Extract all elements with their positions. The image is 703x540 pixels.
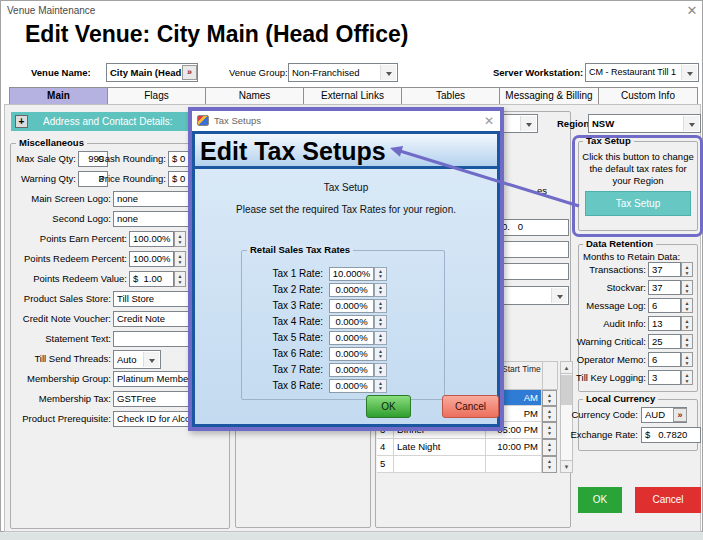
session-row5-num[interactable]: 5 <box>377 456 394 473</box>
dialog-close-icon[interactable]: ✕ <box>484 111 494 131</box>
session-row5-spinner[interactable] <box>542 456 557 473</box>
exchange-rate-label: Exchange Rate: <box>566 429 638 440</box>
session-row5-name[interactable] <box>394 456 486 473</box>
tax4-rate-input[interactable]: 0.000% <box>329 315 374 329</box>
tax6-rate-label: Tax 6 Rate: <box>248 348 323 359</box>
main-cancel-button[interactable]: Cancel <box>635 487 701 513</box>
transactions-spinner[interactable] <box>681 262 693 277</box>
tab-tables[interactable]: Tables <box>401 87 500 105</box>
desktop-strip <box>0 533 703 540</box>
audit-info-input[interactable]: 13 <box>648 316 681 331</box>
tax8-rate-label: Tax 8 Rate: <box>248 380 323 391</box>
tax7-rate-input[interactable]: 0.000% <box>329 363 374 377</box>
venue-group-select[interactable]: Non-Franchised <box>288 63 398 82</box>
tax3-rate-input[interactable]: 0.000% <box>329 299 374 313</box>
points-redeem-value-spinner[interactable] <box>174 271 186 287</box>
till-key-logging-input[interactable]: 3 <box>648 370 681 385</box>
dialog-app-icon <box>197 115 209 126</box>
currency-code-label: Currency Code: <box>566 409 638 420</box>
membership-tax-label: Membership Tax: <box>9 393 111 404</box>
tab-messaging-billing[interactable]: Messaging & Billing <box>499 87 599 105</box>
tax7-rate-spinner[interactable] <box>374 363 387 377</box>
tax2-rate-spinner[interactable] <box>374 283 387 297</box>
tax8-rate-input[interactable]: 0.000% <box>329 379 374 393</box>
points-redeem-percent-spinner[interactable] <box>174 251 186 267</box>
tax5-rate-input[interactable]: 0.000% <box>329 331 374 345</box>
tab-external-links[interactable]: External Links <box>303 87 402 105</box>
max-sale-qty-label: Max Sale Qty: <box>15 153 76 164</box>
tab-flags[interactable]: Flags <box>107 87 206 105</box>
session-row4-time[interactable]: 10:00 PM <box>486 439 542 456</box>
data-retention-group-label: Data Retention <box>583 238 656 249</box>
tax-setup-button[interactable]: Tax Setup <box>585 191 691 216</box>
warning-critical-spinner[interactable] <box>681 334 693 349</box>
tax1-rate-input[interactable]: 10.000% <box>329 267 374 281</box>
cash-rounding-label: Cash Rounding: <box>91 153 166 164</box>
tax3-rate-spinner[interactable] <box>374 299 387 313</box>
stockvar-spinner[interactable] <box>681 280 693 295</box>
points-redeem-value-input[interactable]: $ 1.00 <box>129 271 174 287</box>
points-redeem-percent-label: Points Redeem Percent: <box>9 253 127 264</box>
audit-info-spinner[interactable] <box>681 316 693 331</box>
tax-setup-text-line1: Click this button to change <box>580 151 696 162</box>
server-workstation-label: Server Workstation: <box>493 67 583 78</box>
operator-memo-input[interactable]: 6 <box>648 352 681 367</box>
window-close-icon[interactable]: ✕ <box>684 3 700 18</box>
tax2-rate-input[interactable]: 0.000% <box>329 283 374 297</box>
sessions-col-spin-header <box>542 361 558 390</box>
session-row2-spinner[interactable] <box>542 406 557 422</box>
tax2-rate-label: Tax 2 Rate: <box>248 284 323 295</box>
tax5-rate-spinner[interactable] <box>374 331 387 345</box>
dialog-subtitle: Tax Setup <box>195 182 497 193</box>
message-log-spinner[interactable] <box>681 298 693 313</box>
tax4-rate-label: Tax 4 Rate: <box>248 316 323 327</box>
scroll-down-icon[interactable]: ▼ <box>560 460 573 473</box>
price-rounding-label: Price Rounding: <box>91 173 166 184</box>
points-earn-percent-spinner[interactable] <box>174 231 186 247</box>
session-row5-time[interactable] <box>486 456 542 473</box>
server-workstation-select[interactable]: CM - Restaurant Till 1 <box>585 63 699 82</box>
tax-setup-group-label: Tax Setup <box>583 135 634 146</box>
main-ok-button[interactable]: OK <box>578 487 622 513</box>
tab-custom-info[interactable]: Custom Info <box>598 87 698 105</box>
tax7-rate-label: Tax 7 Rate: <box>248 364 323 375</box>
credit-note-voucher-label: Credit Note Voucher: <box>9 313 111 324</box>
tax6-rate-input[interactable]: 0.000% <box>329 347 374 361</box>
warning-critical-input[interactable]: 25 <box>648 334 681 349</box>
till-key-logging-spinner[interactable] <box>681 370 693 385</box>
tax4-rate-spinner[interactable] <box>374 315 387 329</box>
tax8-rate-spinner[interactable] <box>374 379 387 393</box>
transactions-input[interactable]: 37 <box>648 262 681 277</box>
exchange-rate-input[interactable]: $ 0.7820 <box>641 427 701 443</box>
points-earn-percent-label: Points Earn Percent: <box>9 233 127 244</box>
tax1-rate-label: Tax 1 Rate: <box>248 268 323 279</box>
venue-group-label: Venue Group: <box>229 67 288 78</box>
dialog-ok-button[interactable]: OK <box>366 395 411 418</box>
session-row4-num[interactable]: 4 <box>377 439 394 456</box>
second-logo-label: Second Logo: <box>9 213 111 224</box>
points-earn-percent-input[interactable]: 100.00% <box>129 231 174 247</box>
operator-memo-spinner[interactable] <box>681 352 693 367</box>
statement-text-label: Statement Text: <box>9 333 111 344</box>
venue-name-expand-button[interactable]: » <box>182 65 197 80</box>
dialog-titlebar[interactable]: Tax Setups <box>192 111 500 131</box>
session-row4-spinner[interactable] <box>542 439 557 456</box>
message-log-input[interactable]: 6 <box>648 298 681 313</box>
region-select[interactable]: NSW <box>588 114 701 133</box>
till-send-threads-select[interactable]: Auto <box>113 350 161 369</box>
dialog-cancel-button[interactable]: Cancel <box>442 395 499 418</box>
tax1-rate-spinner[interactable] <box>374 267 387 281</box>
mid-label-fragment: es <box>537 185 547 196</box>
expand-plus-icon[interactable]: + <box>15 115 28 128</box>
tab-main[interactable]: Main <box>9 87 108 105</box>
warning-critical-label: Warning Critical: <box>566 336 646 347</box>
tax5-rate-label: Tax 5 Rate: <box>248 332 323 343</box>
tab-names[interactable]: Names <box>205 87 304 105</box>
stockvar-input[interactable]: 37 <box>648 280 681 295</box>
session-row4-name[interactable]: Late Night <box>394 439 486 456</box>
points-redeem-percent-input[interactable]: 100.00% <box>129 251 174 267</box>
currency-expand-button[interactable]: » <box>673 408 687 422</box>
session-row1-spinner[interactable] <box>542 390 557 406</box>
tax6-rate-spinner[interactable] <box>374 347 387 361</box>
session-row3-spinner[interactable] <box>542 422 557 439</box>
